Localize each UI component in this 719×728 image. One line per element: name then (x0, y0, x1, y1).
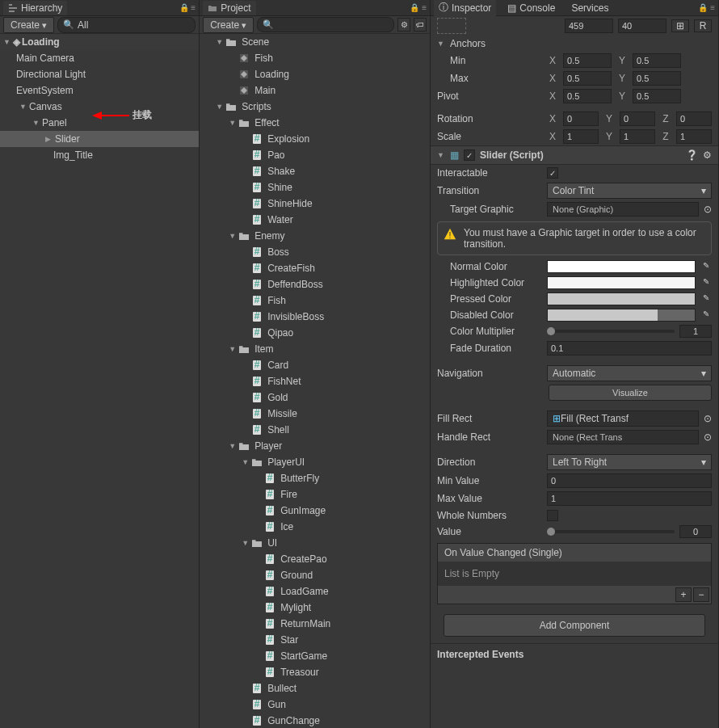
project-search[interactable]: 🔍 (257, 17, 394, 32)
inspector-tab[interactable]: ⓘ Inspector (434, 0, 496, 16)
project-item[interactable]: Loading (200, 66, 430, 82)
hierarchy-item[interactable]: Main Camera (0, 50, 199, 66)
slider-component-header[interactable]: ▼ ▦ ✓ Slider (Script) ❔ ⚙ (431, 145, 718, 165)
tag-icon[interactable]: 🏷 (414, 18, 427, 32)
filter-icon[interactable]: ⚙ (397, 18, 410, 32)
hierarchy-item-selected[interactable]: ▶Slider (0, 131, 199, 147)
folder-enemy[interactable]: ▼Enemy (200, 228, 430, 244)
project-item[interactable]: #Shine (200, 179, 430, 196)
create-button[interactable]: Create ▾ (203, 17, 254, 33)
rot-x[interactable] (563, 112, 599, 126)
eyedropper-icon[interactable]: ✎ (700, 261, 712, 272)
hierarchy-item[interactable]: Img_Title (0, 147, 199, 163)
project-item[interactable]: #Ground (200, 567, 430, 583)
min-value-input[interactable] (547, 473, 712, 488)
object-picker-icon[interactable]: ⊙ (704, 204, 712, 215)
project-item[interactable]: #ReturnMain (200, 616, 430, 632)
pivot-y[interactable] (633, 89, 681, 103)
remove-event-button[interactable]: − (693, 587, 709, 602)
direction-dropdown[interactable]: Left To Right▾ (547, 454, 712, 470)
hierarchy-search[interactable]: 🔍All (57, 17, 196, 33)
folder-ui[interactable]: ▼UI (200, 535, 430, 551)
refresh-icon[interactable]: R (694, 19, 712, 32)
anchor-min-y[interactable] (633, 53, 681, 68)
project-item[interactable]: #Card (200, 357, 430, 373)
color-mult-slider[interactable] (547, 330, 675, 333)
hierarchy-item[interactable]: Directional Light (0, 66, 199, 82)
eyedropper-icon[interactable]: ✎ (700, 309, 712, 321)
scale-z[interactable] (676, 129, 712, 144)
hierarchy-tab[interactable]: Hierarchy (3, 1, 67, 15)
folder-effect[interactable]: ▼Effect (200, 115, 430, 131)
project-item[interactable]: #Boss (200, 244, 430, 260)
rot-z[interactable] (676, 112, 712, 126)
project-item[interactable]: #Star (200, 632, 430, 648)
anchor-max-x[interactable] (563, 71, 612, 86)
panel-lock-icons[interactable]: 🔒 ≡ (698, 3, 715, 12)
project-item[interactable]: #Gun (200, 696, 430, 713)
blueprint-icon[interactable]: ⊞ (671, 19, 689, 32)
add-component-button[interactable]: Add Component (444, 614, 705, 637)
disabled-color-swatch[interactable] (547, 309, 696, 322)
project-filter-icons[interactable]: ⚙🏷 (397, 18, 427, 32)
add-event-button[interactable]: + (675, 587, 692, 602)
help-icon[interactable]: ❔ (686, 149, 698, 161)
anchor-min-x[interactable] (563, 53, 612, 68)
project-item[interactable]: #Mylight (200, 600, 430, 616)
project-item[interactable]: #ShineHide (200, 196, 430, 212)
project-item[interactable]: #Shake (200, 163, 430, 179)
project-item[interactable]: #Ice (200, 519, 430, 535)
services-tab[interactable]: Services (566, 1, 613, 15)
project-item[interactable]: #Fire (200, 486, 430, 503)
eyedropper-icon[interactable]: ✎ (700, 293, 712, 305)
folder-player[interactable]: ▼Player (200, 438, 430, 454)
hierarchy-item[interactable]: EventSystem (0, 82, 199, 99)
height-input[interactable] (618, 19, 666, 33)
folder-playerui[interactable]: ▼PlayerUI (200, 454, 430, 470)
folder-scene[interactable]: ▼Scene (200, 34, 430, 50)
gear-icon[interactable]: ⚙ (703, 149, 712, 161)
handle-rect-field[interactable]: None (Rect Trans (547, 430, 699, 444)
project-item[interactable]: Fish (200, 50, 430, 66)
folder-scripts[interactable]: ▼Scripts (200, 99, 430, 115)
project-item[interactable]: #CreateFish (200, 260, 430, 276)
project-item[interactable]: #Water (200, 212, 430, 228)
target-graphic-field[interactable]: None (Graphic) (547, 202, 699, 217)
interactable-checkbox[interactable]: ✓ (547, 167, 558, 179)
panel-lock-icons[interactable]: 🔒 ≡ (179, 3, 196, 12)
color-mult-value[interactable]: 1 (679, 325, 712, 338)
width-input[interactable] (565, 19, 613, 33)
fill-rect-field[interactable]: ⊞Fill (Rect Transf (547, 410, 699, 427)
project-item[interactable]: #DeffendBoss (200, 276, 430, 292)
project-item[interactable]: #GunChange (200, 713, 430, 728)
project-item[interactable]: #GunImage (200, 503, 430, 519)
pressed-color-swatch[interactable] (547, 292, 696, 305)
project-item[interactable]: #Bullect (200, 680, 430, 696)
scale-y[interactable] (620, 129, 655, 144)
value-num[interactable]: 0 (679, 525, 712, 538)
whole-numbers-checkbox[interactable] (547, 510, 558, 521)
project-tab[interactable]: Project (203, 1, 255, 15)
object-picker-icon[interactable]: ⊙ (704, 431, 712, 443)
project-item[interactable]: #FishNet (200, 373, 430, 389)
enable-checkbox[interactable]: ✓ (464, 149, 475, 161)
project-item[interactable]: #CreatePao (200, 551, 430, 567)
project-item[interactable]: #Fish (200, 292, 430, 309)
project-item[interactable]: #Pao (200, 147, 430, 163)
project-item[interactable]: #Qipao (200, 325, 430, 341)
value-slider[interactable] (547, 530, 675, 533)
project-item[interactable]: Main (200, 82, 430, 99)
pivot-x[interactable] (563, 89, 612, 103)
rot-y[interactable] (620, 112, 655, 126)
anchor-max-y[interactable] (633, 71, 681, 86)
project-item[interactable]: #Shell (200, 422, 430, 438)
navigation-dropdown[interactable]: Automatic▾ (547, 365, 712, 381)
highlighted-color-swatch[interactable] (547, 276, 696, 289)
create-button[interactable]: Create ▾ (3, 17, 54, 33)
fade-duration-input[interactable] (547, 341, 712, 356)
scene-row[interactable]: ▼◈ Loading (0, 34, 199, 50)
panel-lock-icons[interactable]: 🔒 ≡ (410, 3, 427, 12)
project-item[interactable]: #Missile (200, 406, 430, 422)
project-item[interactable]: #Explosion (200, 131, 430, 147)
project-item[interactable]: #Treasour (200, 664, 430, 680)
